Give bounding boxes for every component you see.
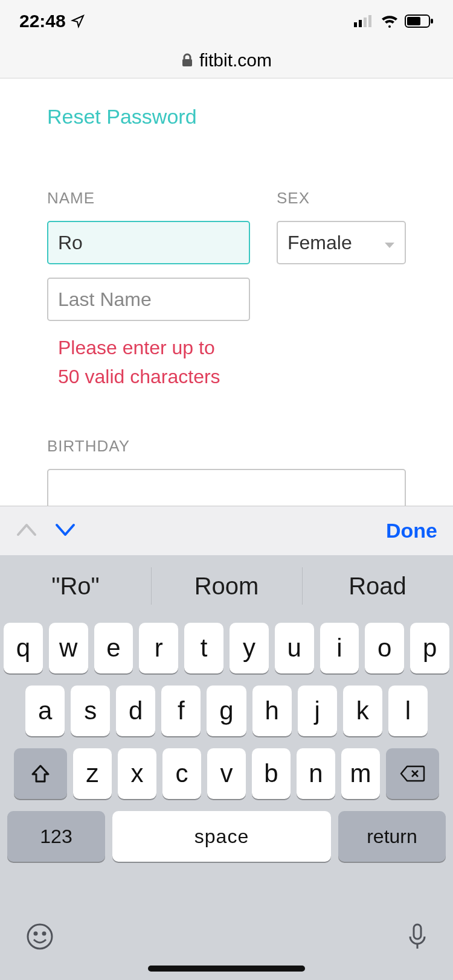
emoji-icon[interactable] — [25, 922, 54, 953]
status-time: 22:48 — [19, 11, 66, 31]
first-name-input[interactable] — [47, 221, 250, 264]
cell-signal-icon — [354, 15, 374, 27]
key-i[interactable]: i — [320, 623, 359, 673]
battery-icon — [405, 14, 434, 28]
shift-key[interactable] — [14, 748, 67, 799]
svg-rect-0 — [354, 22, 357, 27]
key-h[interactable]: h — [252, 686, 292, 736]
key-y[interactable]: y — [230, 623, 269, 673]
keyboard: q w e r t y u i o p a s d f g h j k l z … — [0, 617, 453, 980]
svg-rect-1 — [359, 20, 362, 27]
key-q[interactable]: q — [4, 623, 43, 673]
svg-rect-7 — [182, 59, 192, 66]
svg-rect-2 — [364, 18, 367, 27]
return-key[interactable]: return — [338, 811, 446, 862]
key-c[interactable]: c — [162, 748, 201, 799]
last-name-input[interactable] — [47, 278, 250, 321]
keyboard-done-button[interactable]: Done — [386, 519, 437, 542]
reset-password-link[interactable]: Reset Password — [47, 105, 197, 129]
sex-selected-value: Female — [288, 232, 352, 254]
svg-rect-11 — [414, 924, 421, 939]
sex-label: SEX — [277, 189, 406, 208]
key-w[interactable]: w — [49, 623, 88, 673]
microphone-icon[interactable] — [407, 922, 428, 953]
key-e[interactable]: e — [94, 623, 133, 673]
status-left: 22:48 — [19, 11, 85, 31]
key-n[interactable]: n — [297, 748, 335, 799]
svg-point-9 — [34, 932, 37, 935]
chevron-down-icon — [384, 232, 395, 254]
key-x[interactable]: x — [118, 748, 156, 799]
key-a[interactable]: a — [25, 686, 65, 736]
svg-point-8 — [28, 924, 52, 949]
svg-rect-6 — [431, 19, 433, 24]
key-u[interactable]: u — [275, 623, 314, 673]
form-prev-button — [16, 523, 37, 539]
key-p[interactable]: p — [410, 623, 449, 673]
key-o[interactable]: o — [365, 623, 404, 673]
form-next-button[interactable] — [54, 523, 76, 539]
key-v[interactable]: v — [207, 748, 246, 799]
key-t[interactable]: t — [184, 623, 223, 673]
key-s[interactable]: s — [71, 686, 110, 736]
key-j[interactable]: j — [298, 686, 337, 736]
key-g[interactable]: g — [207, 686, 246, 736]
key-d[interactable]: d — [116, 686, 155, 736]
key-r[interactable]: r — [139, 623, 178, 673]
svg-point-10 — [43, 932, 45, 935]
suggestion-3[interactable]: Road — [302, 555, 453, 617]
birthday-label: BIRTHDAY — [47, 437, 406, 456]
key-b[interactable]: b — [252, 748, 291, 799]
keyboard-accessory-bar: Done — [0, 506, 453, 555]
home-indicator[interactable] — [148, 966, 305, 972]
sex-select[interactable]: Female — [277, 221, 406, 264]
location-icon — [71, 14, 85, 28]
key-z[interactable]: z — [73, 748, 112, 799]
status-right — [354, 14, 434, 28]
key-k[interactable]: k — [343, 686, 382, 736]
url-domain: fitbit.com — [199, 50, 272, 71]
wifi-icon — [381, 14, 399, 28]
svg-rect-5 — [407, 17, 420, 25]
name-label: NAME — [47, 189, 250, 208]
birthday-input[interactable] — [47, 469, 406, 506]
space-key[interactable]: space — [112, 811, 331, 862]
browser-url-bar[interactable]: fitbit.com — [0, 42, 453, 78]
page-content: Reset Password NAME Please enter up to 5… — [0, 78, 453, 506]
keyboard-suggestion-bar: "Ro" Room Road — [0, 555, 453, 617]
suggestion-2[interactable]: Room — [151, 555, 302, 617]
status-bar: 22:48 — [0, 0, 453, 42]
key-f[interactable]: f — [161, 686, 201, 736]
suggestion-1[interactable]: "Ro" — [0, 555, 151, 617]
key-l[interactable]: l — [388, 686, 428, 736]
name-error-message: Please enter up to 50 valid characters — [47, 333, 250, 391]
backspace-key[interactable] — [386, 748, 439, 799]
lock-icon — [181, 53, 193, 68]
numbers-key[interactable]: 123 — [7, 811, 105, 862]
key-m[interactable]: m — [341, 748, 380, 799]
svg-rect-3 — [368, 15, 371, 27]
